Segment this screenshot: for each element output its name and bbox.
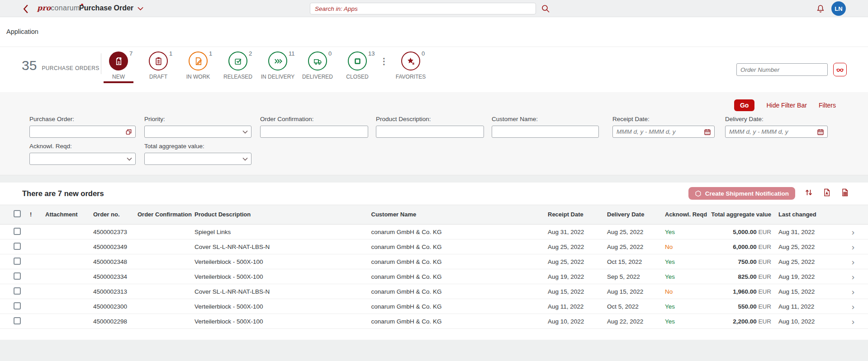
column-receipt-date[interactable]: Receipt Date bbox=[548, 211, 607, 218]
filter-order-confirmation: Order Confirmation: bbox=[260, 116, 368, 138]
filter-receipt-date: Receipt Date: bbox=[612, 116, 715, 138]
row-checkbox[interactable] bbox=[14, 228, 21, 235]
column-warning[interactable]: ! bbox=[30, 211, 45, 218]
table-row[interactable]: 4500002313 Cover SL-L-NR-NAT-LBS-N conar… bbox=[0, 284, 868, 299]
product-description-input[interactable] bbox=[376, 126, 484, 138]
product-description-input-field[interactable] bbox=[376, 126, 484, 137]
purchase-order-input[interactable] bbox=[29, 126, 136, 138]
avatar[interactable]: LN bbox=[831, 1, 846, 16]
tab-favorites[interactable]: 0 FAVORITES bbox=[391, 52, 431, 80]
table-row[interactable]: 4500002348 Verteilerblock - 500X-100 con… bbox=[0, 254, 868, 269]
order-confirmation-input-field[interactable] bbox=[261, 126, 368, 137]
hide-filter-bar-link[interactable]: Hide Filter Bar bbox=[766, 102, 806, 109]
tab-in-delivery[interactable]: 11 IN DELIVERY bbox=[258, 52, 298, 80]
customer-name-input-field[interactable] bbox=[492, 126, 598, 137]
row-checkbox[interactable] bbox=[14, 272, 21, 280]
calendar-icon[interactable] bbox=[817, 128, 824, 136]
row-nav-chevron-icon[interactable]: › bbox=[840, 317, 854, 326]
column-last-changed[interactable]: Last changed bbox=[772, 211, 840, 218]
receipt-date-input-field[interactable] bbox=[613, 126, 714, 137]
calendar-icon[interactable] bbox=[704, 128, 711, 136]
priority-select-field[interactable] bbox=[145, 126, 251, 137]
delivery-date-cell: Aug 22, 2022 bbox=[607, 318, 665, 325]
tab-delivered[interactable]: 0 DELIVERED bbox=[298, 52, 337, 80]
tab-label: IN WORK bbox=[186, 74, 210, 80]
priority-select[interactable] bbox=[144, 126, 251, 138]
tabs-overflow-icon[interactable]: ⋮ bbox=[377, 52, 391, 66]
chevron-down-icon[interactable] bbox=[242, 157, 248, 161]
select-all-checkbox[interactable] bbox=[14, 210, 21, 217]
column-delivery-date[interactable]: Delivery Date bbox=[607, 211, 665, 218]
column-acknowl-reqd[interactable]: Acknowl. Reqd bbox=[665, 211, 710, 218]
filter-label: Total aggregate value: bbox=[144, 143, 251, 150]
order-lookup-button[interactable] bbox=[833, 63, 847, 76]
row-nav-chevron-icon[interactable]: › bbox=[840, 243, 854, 251]
bell-icon[interactable] bbox=[816, 4, 825, 13]
tab-count: 7 bbox=[129, 50, 133, 57]
row-nav-chevron-icon[interactable]: › bbox=[840, 287, 854, 296]
order-number-input[interactable] bbox=[736, 63, 828, 76]
column-total-aggregate-value[interactable]: Total aggregate value bbox=[710, 211, 772, 218]
tab-label: DELIVERED bbox=[302, 74, 333, 80]
tab-new[interactable]: 7 NEW bbox=[99, 52, 138, 80]
shell-search-input[interactable] bbox=[310, 3, 536, 14]
row-nav-chevron-icon[interactable]: › bbox=[840, 272, 854, 281]
receipt-date-cell: Aug 10, 2022 bbox=[548, 318, 607, 325]
tab-draft[interactable]: 1 DRAFT bbox=[138, 52, 178, 80]
purchase-order-input-field[interactable] bbox=[30, 126, 135, 137]
row-checkbox[interactable] bbox=[14, 302, 21, 309]
row-checkbox[interactable] bbox=[14, 258, 21, 265]
filters-link[interactable]: Filters bbox=[819, 102, 836, 109]
order-no-cell: 4500002334 bbox=[93, 273, 138, 280]
value-help-icon[interactable] bbox=[125, 128, 132, 135]
column-attachment[interactable]: Attachment bbox=[45, 211, 93, 218]
table-row[interactable]: 4500002298 Verteilerblock - 500X-100 con… bbox=[0, 314, 868, 329]
product-description-cell: Cover SL-L-NR-NAT-LBS-N bbox=[194, 288, 371, 295]
row-checkbox[interactable] bbox=[14, 317, 21, 324]
sort-icon[interactable] bbox=[804, 188, 813, 199]
table-header-row: ! Attachment Order no. Order Confirmatio… bbox=[0, 205, 868, 225]
export-pdf-icon[interactable] bbox=[822, 188, 831, 199]
export-spreadsheet-icon[interactable] bbox=[840, 188, 849, 199]
acknowl-reqd-select-field[interactable] bbox=[30, 153, 135, 164]
delivery-date-input-field[interactable] bbox=[726, 126, 827, 137]
go-button[interactable]: Go bbox=[734, 99, 754, 111]
tab-released[interactable]: 2 RELEASED bbox=[218, 52, 258, 80]
app-title-menu[interactable]: Purchase Order bbox=[79, 4, 143, 12]
table-row[interactable]: 4500002300 Verteilerblock - 500X-100 con… bbox=[0, 299, 868, 314]
chevron-down-icon[interactable] bbox=[242, 130, 248, 134]
tab-label: NEW bbox=[112, 74, 125, 80]
table-title: There are 7 new orders bbox=[22, 189, 104, 198]
table-row[interactable]: 4500002334 Verteilerblock - 500X-100 con… bbox=[0, 269, 868, 284]
column-customer-name[interactable]: Customer Name bbox=[371, 211, 548, 218]
table-row[interactable]: 4500002373 Spiegel Links conarum GmbH & … bbox=[0, 225, 868, 239]
customer-name-input[interactable] bbox=[492, 126, 599, 138]
delivery-date-input[interactable] bbox=[725, 126, 828, 138]
row-checkbox[interactable] bbox=[14, 287, 21, 295]
column-order-no[interactable]: Order no. bbox=[93, 211, 138, 218]
row-nav-chevron-icon[interactable]: › bbox=[840, 258, 854, 266]
column-order-confirmation[interactable]: Order Confirmation bbox=[138, 211, 194, 218]
order-confirmation-input[interactable] bbox=[260, 126, 368, 138]
row-nav-chevron-icon[interactable]: › bbox=[840, 228, 854, 236]
total-aggregate-value-select-field[interactable] bbox=[145, 153, 251, 164]
star-icon bbox=[401, 52, 420, 70]
back-icon[interactable] bbox=[23, 4, 28, 13]
receipt-date-input[interactable] bbox=[612, 126, 715, 138]
ack-value: Yes bbox=[665, 273, 710, 280]
total-count-label: PURCHASE ORDERS bbox=[42, 65, 99, 71]
search-icon[interactable] bbox=[541, 4, 550, 13]
chevron-down-icon[interactable] bbox=[127, 157, 132, 161]
receipt-date-cell: Aug 15, 2022 bbox=[548, 288, 607, 295]
column-product-description[interactable]: Product Description bbox=[194, 211, 371, 218]
total-aggregate-value-select[interactable] bbox=[144, 153, 251, 165]
create-shipment-notification-button[interactable]: Create Shipment Notification bbox=[688, 187, 795, 200]
acknowl-reqd-select[interactable] bbox=[29, 153, 136, 165]
filter-bar: Go Hide Filter Bar Filters Purchase Orde… bbox=[0, 92, 868, 175]
company-logo[interactable]: proconarum bbox=[37, 4, 80, 12]
table-row[interactable]: 4500002349 Cover SL-L-NR-NAT-LBS-N conar… bbox=[0, 239, 868, 254]
tab-in-work[interactable]: 1 IN WORK bbox=[178, 52, 218, 80]
row-nav-chevron-icon[interactable]: › bbox=[840, 302, 854, 311]
row-checkbox[interactable] bbox=[14, 243, 21, 250]
tab-closed[interactable]: 13 CLOSED bbox=[337, 52, 377, 80]
